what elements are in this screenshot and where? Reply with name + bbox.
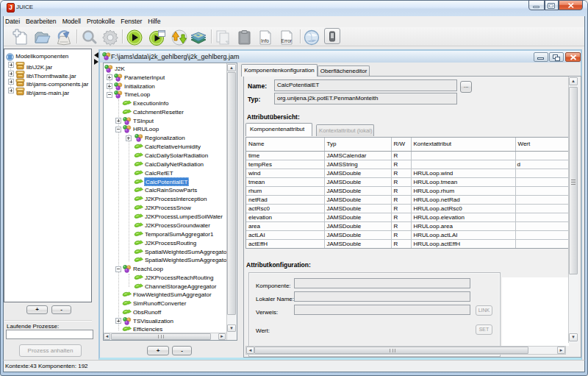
- svg-text:Error: Error: [282, 38, 293, 43]
- svg-text:Info: Info: [261, 38, 269, 43]
